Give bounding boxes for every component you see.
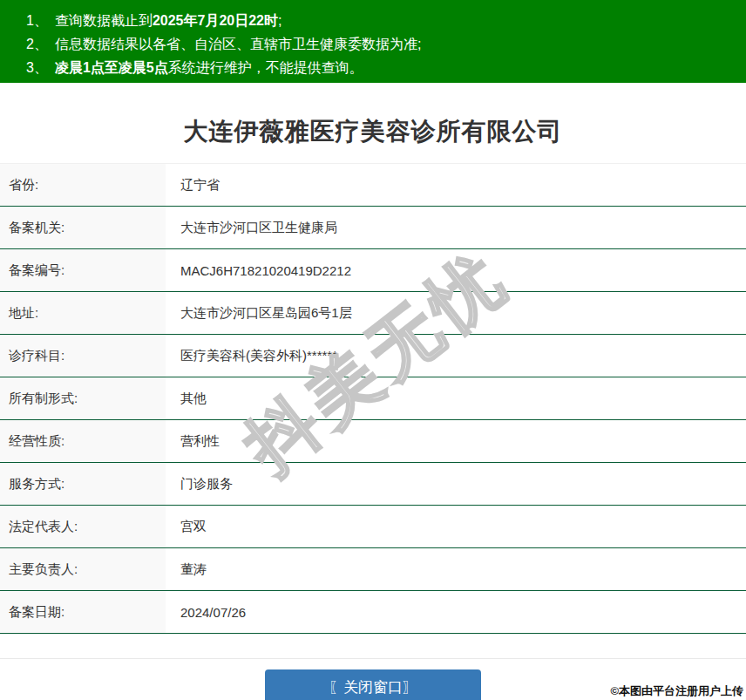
row-value: 宫双 [166, 506, 746, 547]
notice-text-bold: 2025年7月20日22时 [153, 13, 278, 28]
table-row-business-nature: 经营性质: 营利性 [0, 420, 746, 463]
query-result-page: 1、查询数据截止到2025年7月20日22时; 2、信息数据结果以各省、自治区、… [0, 0, 746, 700]
row-label: 备案日期: [0, 591, 166, 633]
row-label: 备案机关: [0, 207, 166, 248]
row-label: 经营性质: [0, 420, 166, 462]
row-label: 备案编号: [0, 249, 166, 291]
table-row-address: 地址: 大连市沙河口区星岛园6号1层 [0, 292, 746, 335]
footer-divider [0, 658, 746, 659]
notice-line-2: 2、信息数据结果以各省、自治区、直辖市卫生健康委数据为准; [26, 32, 737, 56]
row-value: 2024/07/26 [166, 591, 746, 633]
row-label: 主要负责人: [0, 548, 166, 590]
table-row-legal-representative: 法定代表人: 宫双 [0, 506, 746, 548]
notice-banner: 1、查询数据截止到2025年7月20日22时; 2、信息数据结果以各省、自治区、… [0, 0, 746, 83]
registration-info-table: 省份: 辽宁省 备案机关: 大连市沙河口区卫生健康局 备案编号: MACJ6H7… [0, 163, 746, 634]
row-label: 省份: [0, 164, 166, 206]
notice-number: 1、 [26, 13, 48, 28]
notice-text: 查询数据截止到 [55, 13, 153, 28]
row-value: 大连市沙河口区卫生健康局 [166, 207, 746, 248]
row-value: 大连市沙河口区星岛园6号1层 [166, 292, 746, 334]
notice-line-1: 1、查询数据截止到2025年7月20日22时; [26, 9, 737, 32]
notice-text: ; [278, 13, 281, 28]
table-row-filing-number: 备案编号: MACJ6H71821020419D2212 [0, 249, 746, 292]
row-value: 董涛 [166, 548, 746, 590]
table-row-ownership-form: 所有制形式: 其他 [0, 377, 746, 420]
row-value: 营利性 [166, 420, 746, 462]
notice-text: 系统进行维护，不能提供查询。 [168, 60, 363, 75]
notice-text: ; [417, 37, 421, 51]
table-row-main-person-in-charge: 主要负责人: 董涛 [0, 548, 746, 591]
row-value: 辽宁省 [166, 164, 746, 206]
table-row-service-mode: 服务方式: 门诊服务 [0, 463, 746, 506]
row-label: 服务方式: [0, 463, 166, 505]
copyright-stamp: ©本图由平台注册用户上传 [610, 683, 743, 699]
row-label: 所有制形式: [0, 377, 166, 419]
row-value: 医疗美容科(美容外科)****** [166, 335, 746, 377]
notice-line-3: 3、凌晨1点至凌晨5点系统进行维护，不能提供查询。 [26, 56, 737, 79]
close-window-button[interactable]: 〖关闭窗口〗 [265, 669, 481, 700]
table-row-filing-date: 备案日期: 2024/07/26 [0, 591, 746, 634]
page-title: 大连伊薇雅医疗美容诊所有限公司 [0, 114, 746, 149]
title-section: 大连伊薇雅医疗美容诊所有限公司 [0, 83, 746, 149]
notice-number: 2、 [26, 37, 48, 51]
table-row-treatment-subjects: 诊疗科目: 医疗美容科(美容外科)****** [0, 335, 746, 377]
row-label: 法定代表人: [0, 506, 166, 547]
row-value: MACJ6H71821020419D2212 [166, 249, 746, 291]
row-label: 地址: [0, 292, 166, 334]
table-row-province: 省份: 辽宁省 [0, 164, 746, 207]
row-label: 诊疗科目: [0, 335, 166, 377]
table-row-filing-authority: 备案机关: 大连市沙河口区卫生健康局 [0, 207, 746, 249]
row-value: 门诊服务 [166, 463, 746, 505]
notice-text-bold: 凌晨1点至凌晨5点 [55, 60, 168, 75]
row-value: 其他 [166, 377, 746, 419]
notice-number: 3、 [26, 60, 48, 75]
notice-text: 信息数据结果以各省、自治区、直辖市卫生健康委数据为准 [55, 37, 417, 51]
